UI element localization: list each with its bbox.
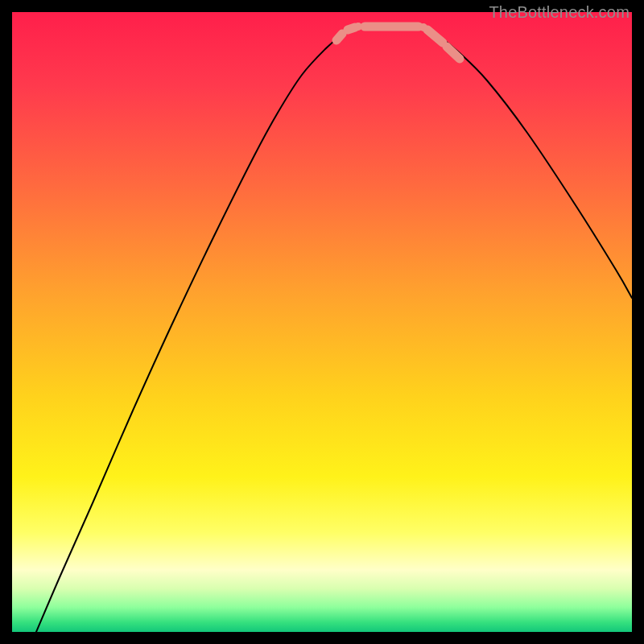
marker-dot-0	[354, 23, 362, 31]
watermark-label: TheBottleneck.com	[489, 3, 630, 22]
bottleneck-chart	[12, 12, 632, 632]
chart-plot-area	[12, 12, 632, 632]
marker-dot-1	[419, 23, 427, 31]
gradient-background	[12, 12, 632, 632]
marker-seg-1	[348, 27, 355, 30]
marker-seg-0	[336, 34, 342, 40]
